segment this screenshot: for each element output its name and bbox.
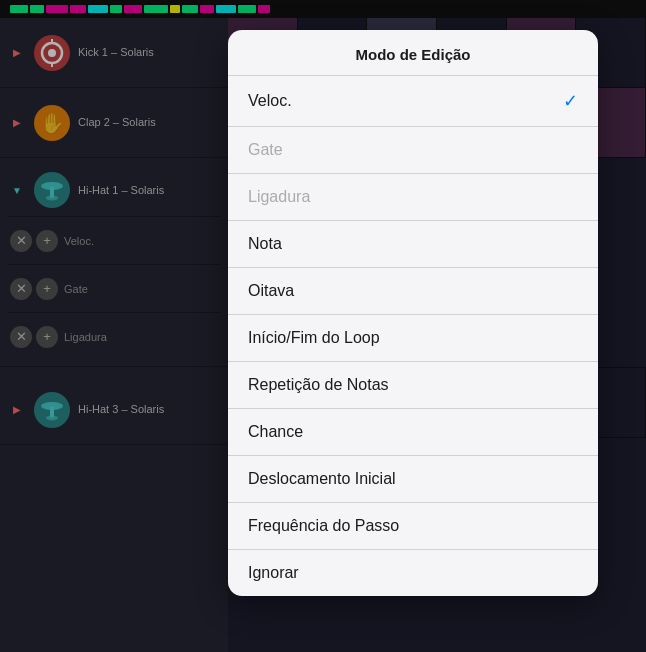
dropdown-item-loop[interactable]: Início/Fim do Loop bbox=[228, 315, 598, 362]
item-ignorar-label: Ignorar bbox=[248, 564, 299, 582]
item-loop-label: Início/Fim do Loop bbox=[248, 329, 380, 347]
item-oitava-label: Oitava bbox=[248, 282, 294, 300]
dropdown-item-gate[interactable]: Gate bbox=[228, 127, 598, 174]
item-deslocamento-label: Deslocamento Inicial bbox=[248, 470, 396, 488]
dropdown-item-ligadura[interactable]: Ligadura bbox=[228, 174, 598, 221]
item-repeticao-label: Repetição de Notas bbox=[248, 376, 389, 394]
item-frequencia-label: Frequência do Passo bbox=[248, 517, 399, 535]
dropdown-item-veloc[interactable]: Veloc. ✓ bbox=[228, 76, 598, 127]
edit-mode-dropdown: Modo de Edição Veloc. ✓ Gate Ligadura No… bbox=[228, 30, 598, 596]
dropdown-item-frequencia[interactable]: Frequência do Passo bbox=[228, 503, 598, 550]
item-chance-label: Chance bbox=[248, 423, 303, 441]
dropdown-items-list: Veloc. ✓ Gate Ligadura Nota Oitava Iníci… bbox=[228, 76, 598, 596]
item-gate-label: Gate bbox=[248, 141, 283, 159]
dropdown-item-ignorar[interactable]: Ignorar bbox=[228, 550, 598, 596]
item-nota-label: Nota bbox=[248, 235, 282, 253]
dropdown-item-chance[interactable]: Chance bbox=[228, 409, 598, 456]
dropdown-item-nota[interactable]: Nota bbox=[228, 221, 598, 268]
item-veloc-label: Veloc. bbox=[248, 92, 292, 110]
dropdown-item-deslocamento[interactable]: Deslocamento Inicial bbox=[228, 456, 598, 503]
dropdown-item-repeticao[interactable]: Repetição de Notas bbox=[228, 362, 598, 409]
item-ligadura-label: Ligadura bbox=[248, 188, 310, 206]
item-veloc-checkmark: ✓ bbox=[563, 90, 578, 112]
dropdown-title: Modo de Edição bbox=[228, 30, 598, 76]
dropdown-item-oitava[interactable]: Oitava bbox=[228, 268, 598, 315]
